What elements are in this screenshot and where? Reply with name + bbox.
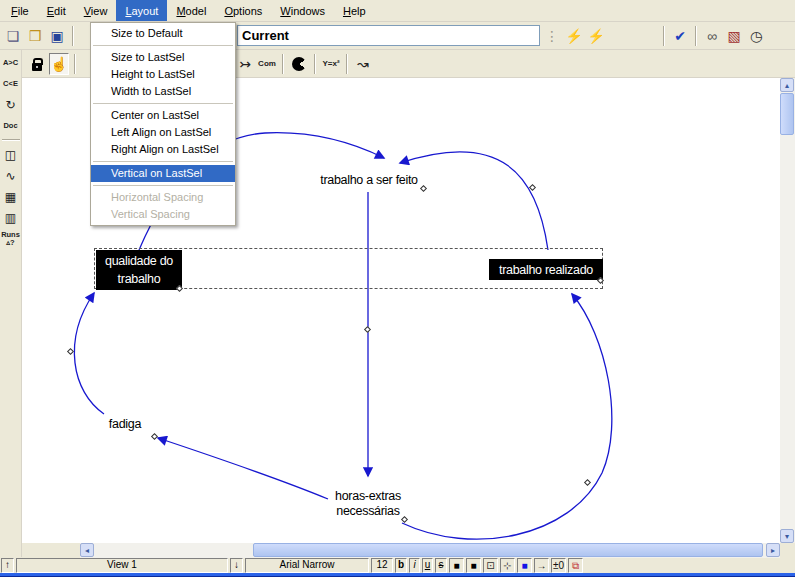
- new-model-icon[interactable]: ❏: [3, 25, 23, 47]
- move-size-tool-icon[interactable]: ☝: [49, 53, 69, 75]
- menu-item-left-align-on-lastsel[interactable]: Left Align on LastSel: [91, 124, 235, 141]
- menu-model[interactable]: Model: [167, 0, 215, 21]
- layout-menu-dropdown: Size to DefaultSize to LastSelHeight to …: [90, 22, 236, 226]
- menu-item-width-to-lastsel[interactable]: Width to LastSel: [91, 83, 235, 100]
- menu-bar: FileEditViewLayoutModelOptionsWindowsHel…: [0, 0, 795, 22]
- table-time-icon[interactable]: ▥: [0, 208, 21, 227]
- scroll-left-icon: ◂: [85, 546, 89, 555]
- menu-separator: [93, 45, 233, 46]
- italic-button[interactable]: i: [409, 558, 420, 573]
- toolbar-separator: [663, 26, 665, 46]
- toolbar-separator: [74, 54, 76, 74]
- loops-icon[interactable]: ↻: [0, 95, 21, 114]
- underline-button[interactable]: u: [422, 558, 433, 573]
- view-name-cell[interactable]: View 1: [16, 558, 228, 573]
- merge-tool-icon[interactable]: ↣: [235, 53, 255, 75]
- position-icon[interactable]: ⊹: [500, 558, 515, 573]
- scroll-right-icon: ▸: [771, 546, 775, 555]
- reference-modes-tool-icon[interactable]: ↝: [353, 53, 373, 75]
- run-name-field[interactable]: [237, 25, 540, 46]
- arrow-horas-extras-to-fadiga[interactable]: [158, 438, 328, 499]
- graph-tool-icon[interactable]: ∿: [0, 166, 21, 185]
- variable-fadiga[interactable]: fadiga: [100, 417, 150, 432]
- view-down-button[interactable]: ↓: [230, 558, 243, 573]
- analysis-toolbar: A>CC<E↻Doc◫∿▦▥Runs ▵?: [0, 50, 22, 557]
- document-tool-icon[interactable]: Doc: [0, 116, 21, 135]
- scroll-right-button[interactable]: ▸: [766, 543, 780, 557]
- menu-item-vertical-on-lastsel[interactable]: Vertical on LastSel: [91, 165, 235, 182]
- vertical-scroll-thumb[interactable]: [780, 93, 794, 135]
- equations-tool-icon[interactable]: Y=x²: [321, 53, 341, 75]
- causes-strip-icon[interactable]: ◫: [0, 145, 21, 164]
- output-windows-icon[interactable]: ▧: [724, 25, 744, 47]
- view-up-button[interactable]: ↑: [1, 558, 14, 573]
- scrollbar-gap: [22, 543, 80, 558]
- box-color-swatch[interactable]: ■: [466, 558, 481, 573]
- delete-tool-icon[interactable]: [289, 53, 309, 75]
- shape-style-icon[interactable]: ⊡: [483, 558, 498, 573]
- uses-tree-icon[interactable]: C<E: [0, 74, 21, 93]
- toolbar-separator: [346, 54, 348, 74]
- strike-button[interactable]: s: [435, 558, 447, 573]
- time-axis-icon[interactable]: ◷: [746, 25, 766, 47]
- arrow-horas-extras-to-trabalho-realizado[interactable]: [402, 294, 612, 539]
- variable-horas-extras-necessarias[interactable]: horas-extras necessárias: [322, 489, 414, 519]
- lock-tool-icon[interactable]: [27, 53, 47, 75]
- menu-separator: [93, 161, 233, 162]
- scroll-up-button[interactable]: ▴: [780, 78, 794, 92]
- variable-trabalho-realizado[interactable]: trabalho realizado: [489, 259, 603, 280]
- check-model-icon[interactable]: ✔: [670, 25, 690, 47]
- control-panel-icon[interactable]: ∞: [702, 25, 722, 47]
- menu-item-size-to-lastsel[interactable]: Size to LastSel: [91, 49, 235, 66]
- menu-edit[interactable]: Edit: [38, 0, 75, 21]
- menu-file[interactable]: File: [2, 0, 38, 21]
- menu-windows[interactable]: Windows: [271, 0, 334, 21]
- horizontal-scroll-thumb[interactable]: [253, 543, 763, 557]
- polarity-icon[interactable]: ±0: [551, 558, 566, 573]
- toolbar-separator: [282, 54, 284, 74]
- causes-tree-icon[interactable]: A>C: [0, 53, 21, 72]
- table-tool-icon[interactable]: ▦: [0, 187, 21, 206]
- toolbar-separator: [695, 26, 697, 46]
- bold-button[interactable]: b: [395, 558, 407, 573]
- vertical-scrollbar[interactable]: ▴ ▾: [780, 78, 795, 543]
- comment-tool-icon[interactable]: Com: [257, 53, 277, 75]
- menu-view[interactable]: View: [75, 0, 117, 21]
- text-color-swatch[interactable]: ■: [449, 558, 464, 573]
- open-model-icon[interactable]: ❒: [25, 25, 45, 47]
- horizontal-scrollbar[interactable]: ◂ ▸: [80, 543, 780, 558]
- status-icons: ■■⊡⊹■→±0⧉: [449, 558, 583, 573]
- menu-item-horizontal-spacing: Horizontal Spacing: [91, 189, 235, 206]
- menu-item-right-align-on-lastsel[interactable]: Right Align on LastSel: [91, 141, 235, 158]
- menu-layout[interactable]: Layout: [116, 0, 167, 21]
- font-size-cell[interactable]: 12: [371, 558, 393, 573]
- menu-options[interactable]: Options: [215, 0, 271, 21]
- window-bottom-border: [0, 573, 795, 577]
- save-model-icon[interactable]: ▣: [47, 25, 67, 47]
- variable-trabalho-a-ser-feito[interactable]: trabalho a ser feito: [307, 173, 431, 188]
- variable-qualidade-do-trabalho[interactable]: qualidade do trabalho: [96, 250, 182, 290]
- arrow-color-swatch[interactable]: ■: [517, 558, 532, 573]
- scroll-down-button[interactable]: ▾: [780, 529, 794, 543]
- scroll-up-icon: ▴: [785, 81, 789, 90]
- synthesim-icon[interactable]: ⚡: [586, 25, 606, 47]
- toolbar-separator: [72, 26, 74, 46]
- menu-item-size-to-default[interactable]: Size to Default: [91, 25, 235, 42]
- menu-item-center-on-lastsel[interactable]: Center on LastSel: [91, 107, 235, 124]
- menu-item-height-to-lastsel[interactable]: Height to LastSel: [91, 66, 235, 83]
- menu-help[interactable]: Help: [334, 0, 375, 21]
- simulate-icon[interactable]: ⚡: [564, 25, 584, 47]
- layers-icon[interactable]: ⧉: [568, 558, 583, 573]
- menu-item-vertical-spacing: Vertical Spacing: [91, 206, 235, 223]
- toolbar-grip-icon[interactable]: ⋮: [542, 25, 562, 47]
- runs-compare-icon[interactable]: Runs ▵?: [0, 229, 21, 248]
- arrow-width-icon[interactable]: →: [534, 558, 549, 573]
- font-name-cell[interactable]: Arial Narrow: [245, 558, 369, 573]
- vensim-window: FileEditViewLayoutModelOptionsWindowsHel…: [0, 0, 795, 577]
- arrow-fadiga-to-qualidade[interactable]: [74, 293, 104, 414]
- toolbar-separator: [314, 54, 316, 74]
- arrow-trabalho-realizado-to-trabalho-a-ser-feito[interactable]: [400, 152, 548, 250]
- scroll-left-button[interactable]: ◂: [80, 543, 94, 557]
- scroll-down-icon: ▾: [785, 532, 789, 541]
- menu-separator: [93, 103, 233, 104]
